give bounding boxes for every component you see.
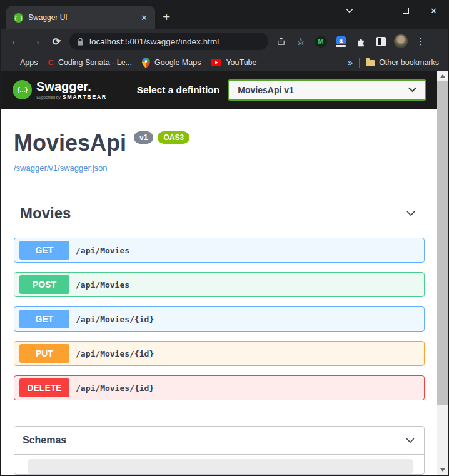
url-path: :5001/swagger/index.html [123, 37, 219, 46]
spec-json-link[interactable]: /swagger/v1/swagger.json [14, 163, 108, 173]
bookmark-youtube[interactable]: YouTube [211, 58, 256, 67]
http-method-badge[interactable]: GET [19, 310, 69, 328]
schemas-section: Schemas [14, 426, 425, 475]
scroll-up-icon[interactable] [437, 71, 448, 81]
oas3-badge: OAS3 [158, 131, 189, 144]
reload-icon[interactable]: ⟳ [46, 36, 67, 48]
bookmark-label: YouTube [226, 58, 256, 67]
operations-list: GET /api/Movies POST /api/Movies GET /ap… [14, 238, 425, 400]
new-tab-button[interactable]: + [163, 9, 170, 24]
tab-title: Swagger UI [28, 13, 138, 22]
http-method-badge[interactable]: PUT [19, 344, 69, 363]
scroll-down-icon[interactable] [437, 465, 448, 475]
definition-select-value: MoviesApi v1 [238, 85, 293, 95]
swagger-logo-icon: {…} [13, 80, 32, 99]
operation-path: /api/Movies/{id} [76, 315, 154, 324]
address-bar[interactable]: localhost:5001/swagger/index.html [69, 33, 268, 50]
schemas-section-title: Schemas [23, 435, 66, 446]
browser-window: {…} Swagger UI ✕ + ✕ ← → ⟳ localhost:500… [0, 0, 449, 476]
select-definition-label: Select a definition [137, 84, 220, 96]
operation-path: /api/Movies [76, 280, 129, 290]
bookmark-star-icon[interactable]: ☆ [291, 36, 311, 48]
apps-grid-icon [8, 59, 16, 67]
operation-row[interactable]: GET /api/Movies [14, 238, 425, 263]
forward-icon[interactable]: → [26, 35, 46, 48]
schemas-section-header[interactable]: Schemas [14, 427, 424, 455]
extensions-puzzle-icon[interactable] [351, 36, 371, 47]
swagger-page: MoviesApi v1 OAS3 /swagger/v1/swagger.js… [1, 109, 448, 476]
smartbear-text: SMARTBEAR [63, 94, 107, 100]
collapse-chevron-icon[interactable] [405, 207, 417, 220]
operation-path: /api/Movies [76, 246, 129, 255]
definition-select[interactable]: MoviesApi v1 [228, 79, 426, 101]
lock-icon [77, 38, 84, 46]
schema-model-row[interactable] [28, 459, 413, 474]
url-host: localhost [89, 37, 123, 46]
minimize-icon [374, 11, 381, 11]
operation-row[interactable]: POST /api/Movies [14, 272, 425, 297]
swagger-logo: {…} Swagger. Supported by SMARTBEAR [13, 79, 107, 100]
api-title: MoviesApi [14, 130, 126, 156]
browser-menu-icon[interactable]: ⋮ [411, 36, 431, 47]
movies-section-header[interactable]: Movies [14, 200, 425, 230]
tab-search-icon[interactable] [335, 3, 363, 19]
http-method-badge[interactable]: DELETE [19, 378, 69, 397]
maximize-button[interactable] [391, 3, 420, 19]
other-bookmarks[interactable]: Other bookmarks [366, 58, 439, 67]
bookmarks-divider [359, 58, 360, 68]
window-controls: ✕ [335, 3, 448, 19]
http-method-badge[interactable]: POST [19, 275, 69, 294]
share-icon[interactable] [271, 37, 291, 46]
folder-icon [366, 59, 375, 66]
annotate-extension-icon[interactable]: a [331, 36, 351, 47]
bookmarks-overflow-icon[interactable]: » [348, 58, 353, 68]
operation-row[interactable]: GET /api/Movies/{id} [14, 306, 425, 332]
operation-path: /api/Movies/{id} [76, 383, 154, 393]
youtube-icon [211, 59, 221, 66]
profile-avatar[interactable] [391, 34, 411, 48]
swagger-topbar: {…} Swagger. Supported by SMARTBEAR Sele… [1, 71, 448, 109]
tab-strip: {…} Swagger UI ✕ + ✕ [1, 0, 448, 29]
browser-tab[interactable]: {…} Swagger UI ✕ [6, 6, 155, 29]
back-icon[interactable]: ← [5, 35, 26, 48]
swagger-brand-text: Swagger. [36, 79, 107, 93]
movies-section-title: Movies [20, 205, 71, 222]
supported-by-text: Supported by [36, 95, 61, 99]
operation-row[interactable]: DELETE /api/Movies/{id} [14, 375, 425, 400]
bookmark-apps[interactable]: Apps [8, 58, 38, 67]
coding-sonata-icon: C [48, 58, 54, 68]
tab-close-icon[interactable]: ✕ [138, 13, 150, 23]
scrollbar-thumb[interactable] [437, 81, 448, 405]
bookmark-label: Apps [20, 58, 38, 67]
google-maps-pin-icon [142, 58, 150, 68]
bookmark-google-maps[interactable]: Google Maps [142, 58, 201, 68]
bookmark-coding-sonata[interactable]: C Coding Sonata - Le... [48, 58, 133, 68]
close-window-button[interactable]: ✕ [420, 3, 448, 19]
reader-mode-extension-icon[interactable] [371, 37, 391, 46]
bookmark-label: Google Maps [154, 58, 201, 67]
collapse-chevron-icon[interactable] [404, 434, 416, 447]
movies-tag-section: Movies GET /api/Movies POST /api/Movies … [14, 200, 425, 400]
chevron-down-icon [408, 87, 416, 93]
bookmark-label: Coding Sonata - Le... [58, 58, 132, 67]
other-bookmarks-label: Other bookmarks [379, 58, 439, 67]
page-scrollbar[interactable] [437, 71, 448, 475]
browser-toolbar: ← → ⟳ localhost:5001/swagger/index.html … [1, 29, 448, 54]
mailtrack-extension-icon[interactable]: M [311, 36, 331, 48]
api-info-section: MoviesApi v1 OAS3 /swagger/v1/swagger.js… [14, 109, 425, 173]
operation-row[interactable]: PUT /api/Movies/{id} [14, 341, 425, 366]
url-text: localhost:5001/swagger/index.html [89, 37, 219, 46]
minimize-button[interactable] [363, 3, 391, 19]
version-badge: v1 [134, 131, 153, 144]
bookmarks-bar: Apps C Coding Sonata - Le... Google Maps [1, 54, 448, 71]
operation-path: /api/Movies/{id} [76, 349, 154, 358]
maximize-icon [403, 8, 409, 14]
http-method-badge[interactable]: GET [19, 241, 69, 260]
swagger-favicon-icon: {…} [14, 13, 23, 23]
